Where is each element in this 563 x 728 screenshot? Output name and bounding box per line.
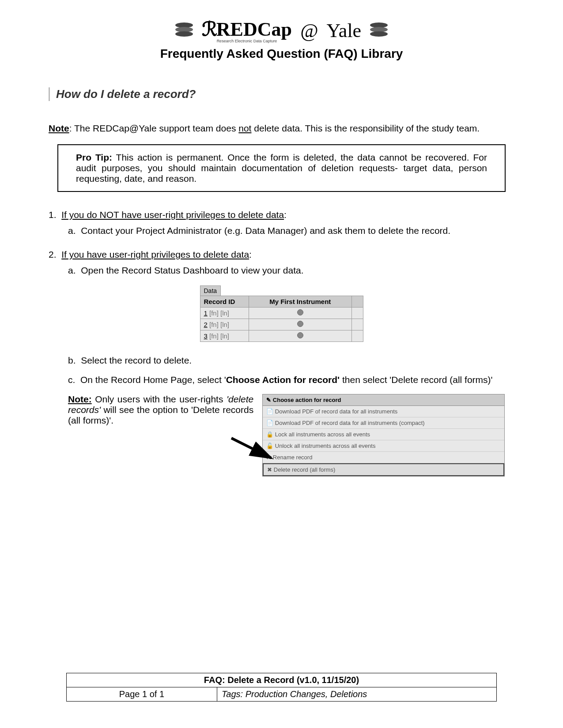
status-dot-icon <box>297 309 303 315</box>
faq-question: How do I delete a record? <box>49 87 514 101</box>
footer-tags: Tags: Production Changes, Deletions <box>217 687 496 702</box>
svg-point-5 <box>370 31 388 37</box>
table-row: 3 [fn] [ln] <box>200 330 363 342</box>
page-subtitle: Frequently Asked Question (FAQ) Library <box>49 47 514 61</box>
menu-item-pdf-compact[interactable]: 📄 Download PDF of record data for all in… <box>263 417 504 429</box>
at-symbol: @ <box>300 19 318 42</box>
dashboard-table: Record ID My First Instrument 1 [fn] [ln… <box>200 296 363 342</box>
step-c-note: Note: Only users with the user-rights 'd… <box>49 394 253 426</box>
section-1a: a. Contact your Project Administrator (e… <box>68 225 514 236</box>
section-1: 1. If you do NOT have user-right privile… <box>49 210 514 236</box>
footer-table: FAQ: Delete a Record (v1.0, 11/15/20) Pa… <box>66 673 497 702</box>
stack-icon-left <box>173 21 195 41</box>
footer-page: Page 1 of 1 <box>67 687 217 702</box>
status-dot-icon <box>297 332 303 338</box>
logo-row: ℛREDCap Research Electronic Data Capture… <box>49 18 514 43</box>
action-menu-header[interactable]: ✎ Choose action for record <box>263 394 504 406</box>
menu-item-pdf-all[interactable]: 📄 Download PDF of record data for all in… <box>263 406 504 417</box>
logo-text-group: ℛREDCap Research Electronic Data Capture <box>202 18 292 43</box>
menu-item-delete-record[interactable]: ✖ Delete record (all forms) <box>263 463 504 476</box>
stack-icon-right <box>368 21 390 41</box>
footer-title: FAQ: Delete a Record (v1.0, 11/15/20) <box>67 673 497 687</box>
section-2: 2. If you have user-right privileges to … <box>49 249 514 477</box>
table-row: 1 [fn] [ln] <box>200 308 363 319</box>
col-record-id: Record ID <box>200 296 249 308</box>
action-menu: ✎ Choose action for record 📄 Download PD… <box>262 394 505 477</box>
menu-item-lock[interactable]: 🔒 Lock all instruments across all events <box>263 429 504 440</box>
page-header: ℛREDCap Research Electronic Data Capture… <box>49 18 514 61</box>
pro-tip-box: Pro Tip: This action is permanent. Once … <box>57 144 506 192</box>
svg-point-2 <box>175 31 193 37</box>
arrow-icon <box>227 434 280 465</box>
dashboard-screenshot: Data Record ID My First Instrument 1 [fn… <box>200 285 363 342</box>
dashboard-tab: Data <box>200 285 221 296</box>
yale-text: Yale <box>326 19 361 42</box>
section-2a: a. Open the Record Status Dashboard to v… <box>68 265 514 276</box>
col-instrument: My First Instrument <box>249 296 352 308</box>
section-2c: c. On the Record Home Page, select 'Choo… <box>68 375 514 385</box>
table-row: 2 [fn] [ln] <box>200 319 363 330</box>
svg-line-7 <box>231 438 271 458</box>
menu-item-unlock[interactable]: 🔓 Unlock all instruments across all even… <box>263 440 504 452</box>
note-line: Note: The REDCap@Yale support team does … <box>49 123 514 134</box>
status-dot-icon <box>297 321 303 327</box>
menu-item-rename[interactable]: ⇄ Rename record <box>263 452 504 463</box>
section-2b: b. Select the record to delete. <box>68 355 514 366</box>
